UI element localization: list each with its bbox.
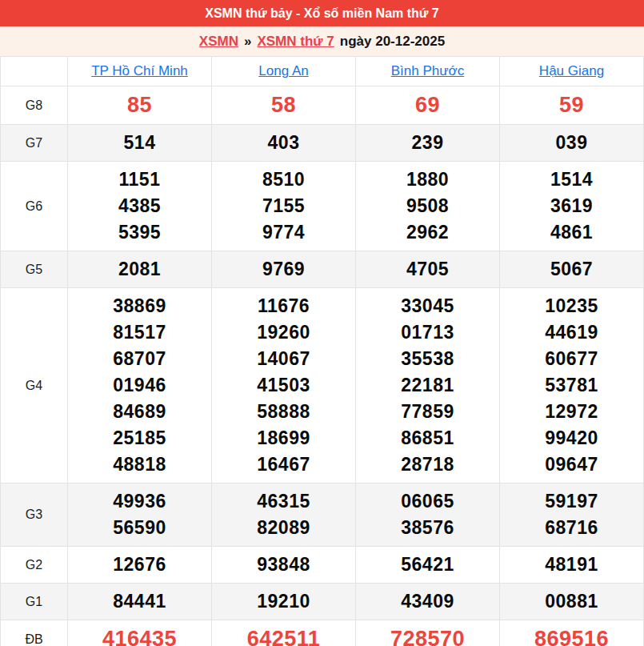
column-link-long-an[interactable]: Long An — [258, 63, 308, 78]
prize-label: G7 — [1, 125, 68, 162]
prize-number: 35538 — [356, 346, 499, 372]
prize-number: 59197 — [500, 488, 643, 515]
breadcrumb-date: ngày 20-12-2025 — [340, 34, 445, 50]
column-link-hau-giang[interactable]: Hậu Giang — [539, 63, 604, 78]
prize-number: 59 — [500, 91, 643, 119]
breadcrumb-link-xsmn-thu-7[interactable]: XSMN thứ 7 — [257, 34, 334, 50]
prize-value-cell: 416435 — [68, 620, 212, 646]
prize-value-cell: 4993656590 — [68, 483, 212, 547]
prize-value-cell: 00881 — [500, 584, 644, 620]
prize-number: 58888 — [212, 399, 355, 425]
prize-number: 4861 — [500, 219, 643, 246]
column-link-binh-phuoc[interactable]: Bình Phước — [391, 63, 465, 78]
prize-number: 14067 — [212, 346, 355, 372]
prize-value-cell: 2081 — [68, 251, 212, 288]
prize-number: 82089 — [212, 515, 355, 541]
prize-number: 01946 — [68, 372, 211, 399]
prize-number: 2081 — [68, 256, 211, 283]
prize-value-cell: 039 — [500, 125, 644, 162]
prize-number: 1151 — [68, 167, 211, 193]
prize-number: 68707 — [68, 346, 211, 372]
prize-value-cell: 48191 — [500, 547, 644, 584]
prize-number: 039 — [500, 130, 643, 156]
prize-number: 69 — [356, 91, 499, 119]
prize-value-cell: 188095082962 — [356, 162, 500, 251]
prize-label: G5 — [1, 251, 68, 288]
column-header-row: TP Hồ Chí Minh Long An Bình Phước Hậu Gi… — [1, 57, 644, 86]
prize-number: 642511 — [212, 625, 355, 646]
prize-number: 16467 — [212, 451, 355, 478]
prize-number: 12676 — [68, 552, 211, 578]
lottery-results-page: XSMN thứ bảy - Xổ số miền Nam thứ 7 XSMN… — [0, 0, 644, 646]
prize-number: 01713 — [356, 319, 499, 346]
corner-cell — [1, 57, 68, 86]
prize-value-cell: 642511 — [212, 620, 356, 646]
prize-row-g2: G212676938485642148191 — [1, 547, 644, 584]
results-table: TP Hồ Chí Minh Long An Bình Phước Hậu Gi… — [0, 56, 644, 646]
breadcrumb: XSMN » XSMN thứ 7 ngày 20-12-2025 — [0, 26, 644, 56]
column-header-long-an: Long An — [212, 57, 356, 86]
prize-number: 25185 — [68, 425, 211, 451]
prize-number: 41503 — [212, 372, 355, 399]
prize-value-cell: 10235446196067753781129729942009647 — [500, 288, 644, 483]
prize-label: G6 — [1, 162, 68, 251]
prize-number: 38869 — [68, 293, 211, 319]
prize-number: 239 — [356, 130, 499, 156]
prize-number: 46315 — [212, 488, 355, 515]
prize-number: 93848 — [212, 552, 355, 578]
prize-number: 48818 — [68, 451, 211, 478]
prize-value-cell: 56421 — [356, 547, 500, 584]
prize-number: 22181 — [356, 372, 499, 399]
prize-number: 49936 — [68, 488, 211, 515]
prize-value-cell: 93848 — [212, 547, 356, 584]
prize-number: 43409 — [356, 588, 499, 615]
prize-label: G2 — [1, 547, 68, 584]
prize-number: 81517 — [68, 319, 211, 346]
prize-value-cell: 59 — [500, 86, 644, 125]
prize-value-cell: 0606538576 — [356, 483, 500, 547]
prize-number: 5395 — [68, 219, 211, 246]
breadcrumb-link-xsmn[interactable]: XSMN — [199, 34, 238, 50]
prize-value-cell: 869516 — [500, 620, 644, 646]
prize-label: G3 — [1, 483, 68, 547]
prize-value-cell: 851071559774 — [212, 162, 356, 251]
prize-number: 56421 — [356, 552, 499, 578]
prize-number: 416435 — [68, 625, 211, 646]
prize-number: 1514 — [500, 167, 643, 193]
column-link-tphcm[interactable]: TP Hồ Chí Minh — [91, 63, 188, 78]
prize-value-cell: 5919768716 — [500, 483, 644, 547]
prize-number: 86851 — [356, 425, 499, 451]
prize-label: G1 — [1, 584, 68, 620]
prize-number: 8510 — [212, 167, 355, 193]
prize-number: 19260 — [212, 319, 355, 346]
prize-row-g7: G7514403239039 — [1, 125, 644, 162]
prize-number: 99420 — [500, 425, 643, 451]
prize-value-cell: 115143855395 — [68, 162, 212, 251]
prize-value-cell: 151436194861 — [500, 162, 644, 251]
prize-number: 56590 — [68, 515, 211, 541]
page-title: XSMN thứ bảy - Xổ số miền Nam thứ 7 — [205, 6, 439, 21]
prize-number: 9769 — [212, 256, 355, 283]
prize-row-g5: G52081976947055067 — [1, 251, 644, 288]
prize-label: ĐB — [1, 620, 68, 646]
prize-row-đb: ĐB416435642511728570869516 — [1, 620, 644, 646]
column-header-hau-giang: Hậu Giang — [500, 57, 644, 86]
prize-number: 60677 — [500, 346, 643, 372]
prize-number: 514 — [68, 130, 211, 156]
prize-number: 9774 — [212, 219, 355, 246]
prize-number: 38576 — [356, 515, 499, 541]
prize-value-cell: 43409 — [356, 584, 500, 620]
prize-value-cell: 728570 — [356, 620, 500, 646]
prize-label: G4 — [1, 288, 68, 483]
prize-value-cell: 239 — [356, 125, 500, 162]
prize-number: 7155 — [212, 193, 355, 219]
prize-number: 84689 — [68, 399, 211, 425]
prize-value-cell: 9769 — [212, 251, 356, 288]
prize-number: 18699 — [212, 425, 355, 451]
prize-number: 44619 — [500, 319, 643, 346]
prize-value-cell: 38869815176870701946846892518548818 — [68, 288, 212, 483]
prize-number: 5067 — [500, 256, 643, 283]
prize-number: 869516 — [500, 625, 643, 646]
prize-value-cell: 12676 — [68, 547, 212, 584]
column-header-tphcm: TP Hồ Chí Minh — [68, 57, 212, 86]
